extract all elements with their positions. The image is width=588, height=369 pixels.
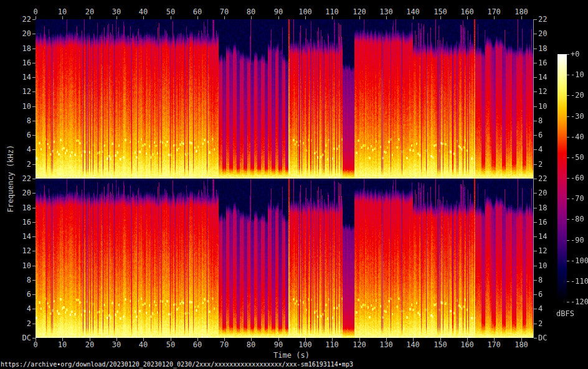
- y-tick-left: [32, 338, 36, 339]
- y-tick-label-right: 10: [538, 262, 559, 270]
- x-tick-top: [467, 16, 468, 19]
- x-tick-label-top: 100: [296, 8, 314, 16]
- y-tick-label-left: 6: [15, 291, 31, 299]
- colorbar-tick: [567, 54, 569, 55]
- y-tick-label-left: 16: [15, 59, 31, 67]
- x-tick-label-bottom: 130: [377, 341, 395, 349]
- y-tick-label-right: 6: [538, 131, 559, 139]
- y-tick-left: [32, 251, 36, 251]
- colorbar-tick: [567, 199, 569, 199]
- y-tick-label-right: DC: [538, 334, 559, 342]
- colorbar-tick-label: -100: [571, 257, 588, 265]
- x-tick-label-bottom: 180: [513, 341, 530, 349]
- colorbar-tick-label: -30: [571, 113, 588, 121]
- y-tick-label-right: 16: [538, 59, 559, 67]
- x-tick-label-bottom: 70: [216, 341, 233, 349]
- colorbar-tick-label: -10: [571, 71, 588, 79]
- colorbar-tick: [567, 281, 569, 282]
- frequency-axis-label: Frequency (kHz): [6, 145, 15, 212]
- x-tick-top: [440, 16, 441, 19]
- y-tick-right: [534, 49, 537, 49]
- colorbar-tick: [567, 261, 569, 261]
- y-tick-left: [32, 121, 36, 121]
- x-tick-label-top: 70: [216, 8, 233, 16]
- y-tick-right: [534, 324, 537, 324]
- y-tick-right: [534, 266, 537, 266]
- x-tick-top: [332, 16, 333, 19]
- x-tick-label-bottom: 80: [242, 341, 260, 349]
- y-tick-label-left: 6: [15, 131, 31, 139]
- colorbar-tick-label: -80: [571, 215, 588, 223]
- y-tick-label-left: DC: [15, 334, 31, 342]
- y-tick-label-left: 2: [15, 320, 31, 328]
- colorbar-tick: [567, 157, 569, 158]
- y-tick-label-right: 10: [538, 103, 559, 111]
- y-tick-left: [32, 208, 36, 208]
- x-tick-top: [494, 16, 495, 19]
- y-tick-left: [32, 193, 36, 194]
- y-tick-label-right: 16: [538, 218, 559, 227]
- y-tick-label-left: 2: [15, 161, 31, 169]
- y-tick-left: [32, 49, 36, 49]
- y-tick-label-left: 4: [15, 305, 31, 313]
- x-tick-label-bottom: 100: [296, 341, 314, 349]
- y-tick-right: [534, 106, 537, 107]
- y-tick-left: [32, 179, 36, 179]
- y-tick-label-left: 18: [15, 204, 31, 212]
- y-tick-label-right: 18: [538, 204, 559, 212]
- colorbar-tick-label: -50: [571, 154, 588, 162]
- y-tick-label-left: 8: [15, 276, 31, 284]
- y-tick-label-right: 4: [538, 146, 559, 154]
- colorbar-tick: [567, 302, 569, 302]
- x-tick-label-bottom: 160: [458, 341, 476, 349]
- y-tick-label-right: 12: [538, 247, 559, 255]
- x-tick-label-top: 130: [377, 8, 395, 16]
- y-tick-label-right: 14: [538, 73, 559, 82]
- colorbar-tick-label: -40: [571, 133, 588, 141]
- y-tick-left: [32, 324, 36, 324]
- y-tick-label-left: 16: [15, 218, 31, 227]
- y-tick-label-left: 22: [15, 16, 31, 24]
- y-tick-label-right: 18: [538, 45, 559, 53]
- y-tick-right: [534, 222, 537, 223]
- y-tick-right: [534, 236, 537, 237]
- x-tick-label-top: 170: [485, 8, 503, 16]
- x-tick-label-bottom: 140: [404, 341, 422, 349]
- x-tick-top: [305, 16, 306, 19]
- y-tick-label-left: 22: [15, 175, 31, 183]
- y-tick-right: [534, 208, 537, 208]
- colorbar-tick: [567, 219, 569, 220]
- x-tick-top: [278, 16, 279, 19]
- x-tick-label-bottom: 50: [162, 341, 179, 349]
- y-tick-right: [534, 251, 537, 251]
- colorbar-tick: [567, 178, 569, 179]
- x-tick-label-bottom: 40: [135, 341, 152, 349]
- y-tick-label-right: 20: [538, 30, 559, 38]
- y-tick-label-left: 20: [15, 189, 31, 197]
- y-tick-right: [534, 19, 537, 20]
- y-tick-left: [32, 106, 36, 107]
- x-tick-label-top: 180: [513, 8, 530, 16]
- y-tick-left: [32, 91, 36, 92]
- y-tick-label-right: 8: [538, 117, 559, 125]
- x-tick-top: [116, 16, 117, 19]
- y-tick-label-left: 10: [15, 262, 31, 270]
- x-tick-label-top: 90: [270, 8, 287, 16]
- y-tick-right: [534, 193, 537, 194]
- y-tick-label-right: 20: [538, 189, 559, 197]
- x-tick-label-top: 120: [351, 8, 368, 16]
- source-url: https://archive•org/download/20230120_20…: [1, 360, 353, 368]
- y-tick-right: [534, 179, 537, 179]
- x-tick-top: [413, 16, 414, 19]
- x-tick-label-bottom: 150: [432, 341, 449, 349]
- colorbar-tick-label: +0: [571, 50, 588, 58]
- y-tick-label-right: 6: [538, 291, 559, 299]
- y-tick-label-left: 12: [15, 88, 31, 96]
- y-tick-left: [32, 222, 36, 223]
- colorbar-tick: [567, 137, 569, 138]
- x-tick-top: [171, 16, 171, 19]
- colorbar-tick-label: -60: [571, 174, 588, 182]
- x-tick-label-top: 20: [81, 8, 98, 16]
- x-tick-label-bottom: 10: [54, 341, 71, 349]
- colorbar-tick: [567, 95, 569, 96]
